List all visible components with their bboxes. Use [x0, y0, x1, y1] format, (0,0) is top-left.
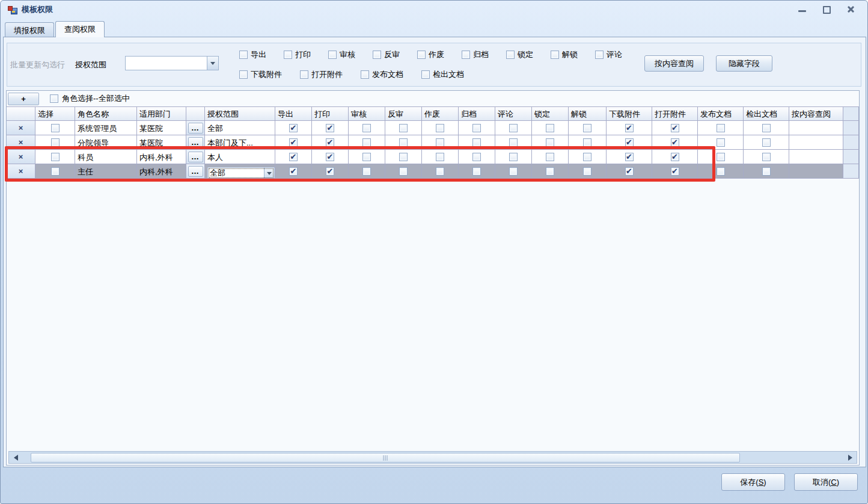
delete-row-button[interactable]: × — [19, 138, 23, 146]
tab-fill-permissions[interactable]: 填报权限 — [5, 22, 54, 37]
col-header-view-by-content[interactable]: 按内容查阅 — [789, 107, 843, 121]
toolbar-check-归档[interactable]: 归档 — [462, 49, 489, 60]
scroll-left-icon[interactable] — [9, 452, 22, 463]
row-select-checkbox[interactable] — [51, 138, 60, 147]
reverse-audit-checkbox[interactable] — [399, 153, 408, 161]
delete-row-button[interactable]: × — [19, 153, 23, 161]
archive-checkbox[interactable] — [472, 167, 481, 176]
dept-picker-button[interactable]: … — [188, 137, 203, 148]
cancel-button[interactable]: 取消(C) — [794, 473, 858, 491]
toolbar-check-检出文档[interactable]: 检出文档 — [421, 69, 464, 80]
col-header-row-delete[interactable] — [7, 107, 35, 121]
download-attachment-checkbox[interactable]: ✔ — [625, 167, 634, 176]
publish-doc-checkbox[interactable] — [717, 124, 725, 132]
checkbox-icon[interactable] — [462, 51, 470, 59]
archive-checkbox[interactable] — [472, 153, 481, 161]
toolbar-check-打开附件[interactable]: 打开附件 — [300, 69, 343, 80]
col-header-archive[interactable]: 归档 — [459, 107, 495, 121]
open-attachment-checkbox[interactable]: ✔ — [671, 124, 679, 132]
audit-checkbox[interactable] — [362, 138, 371, 147]
comment-checkbox[interactable] — [509, 153, 518, 161]
export-checkbox[interactable]: ✔ — [289, 138, 298, 147]
checkbox-icon[interactable] — [300, 70, 308, 79]
dept-picker-button[interactable]: … — [188, 152, 203, 162]
view-by-content-button[interactable]: 按内容查阅 — [644, 55, 704, 72]
void-checkbox[interactable] — [436, 167, 444, 176]
checkbox-icon[interactable] — [239, 51, 248, 59]
maximize-icon[interactable] — [822, 5, 831, 14]
row-select-checkbox[interactable] — [51, 153, 60, 161]
checkbox-icon[interactable] — [506, 51, 515, 59]
checkbox-icon[interactable] — [284, 51, 292, 59]
scope-combobox[interactable]: 全部 — [207, 167, 275, 179]
comment-checkbox[interactable] — [509, 124, 518, 132]
unlock-checkbox[interactable] — [583, 153, 591, 161]
checkbox-icon[interactable] — [373, 51, 381, 59]
horizontal-scrollbar[interactable] — [8, 451, 857, 464]
select-all-checkbox[interactable] — [50, 94, 58, 103]
tab-view-permissions[interactable]: 查阅权限 — [55, 21, 105, 37]
unlock-checkbox[interactable] — [583, 124, 591, 132]
toolbar-check-锁定[interactable]: 锁定 — [506, 49, 533, 60]
checkbox-icon[interactable] — [421, 70, 430, 79]
col-header-comment[interactable]: 评论 — [495, 107, 532, 121]
print-checkbox[interactable]: ✔ — [326, 167, 334, 176]
export-checkbox[interactable]: ✔ — [289, 167, 298, 176]
delete-row-button[interactable]: × — [19, 124, 23, 132]
col-header-scope[interactable]: 授权范围 — [205, 107, 275, 121]
checkbox-icon[interactable] — [595, 51, 604, 59]
col-header-role-name[interactable]: 角色名称 — [75, 107, 137, 121]
lock-checkbox[interactable] — [546, 167, 554, 176]
dept-picker-button[interactable]: … — [188, 123, 203, 134]
chevron-down-icon[interactable] — [207, 57, 218, 70]
col-header-dept-picker[interactable] — [186, 107, 205, 121]
scope-combobox[interactable] — [125, 56, 219, 70]
scrollbar-thumb[interactable] — [31, 453, 740, 463]
audit-checkbox[interactable] — [362, 167, 371, 176]
publish-doc-checkbox[interactable] — [717, 167, 725, 176]
checkbox-icon[interactable] — [328, 51, 337, 59]
chevron-down-icon[interactable] — [264, 168, 274, 179]
select-all-group[interactable]: 角色选择--全部选中 — [50, 93, 130, 104]
col-header-download-attachment[interactable]: 下载附件 — [607, 107, 652, 121]
publish-doc-checkbox[interactable] — [717, 138, 725, 147]
checkout-doc-checkbox[interactable] — [762, 124, 771, 132]
export-checkbox[interactable]: ✔ — [289, 124, 298, 132]
checkout-doc-checkbox[interactable] — [762, 153, 771, 161]
publish-doc-checkbox[interactable] — [717, 153, 725, 161]
export-checkbox[interactable]: ✔ — [289, 153, 298, 161]
reverse-audit-checkbox[interactable] — [399, 138, 408, 147]
download-attachment-checkbox[interactable]: ✔ — [625, 138, 634, 147]
col-header-void[interactable]: 作废 — [422, 107, 459, 121]
dept-picker-button[interactable]: … — [188, 166, 203, 177]
checkbox-icon[interactable] — [239, 70, 248, 79]
checkout-doc-checkbox[interactable] — [762, 167, 771, 176]
row-select-checkbox[interactable] — [51, 167, 60, 176]
hide-fields-button[interactable]: 隐藏字段 — [716, 55, 772, 72]
comment-checkbox[interactable] — [509, 138, 518, 147]
open-attachment-checkbox[interactable]: ✔ — [671, 167, 679, 176]
void-checkbox[interactable] — [436, 124, 444, 132]
col-header-print[interactable]: 打印 — [312, 107, 349, 121]
comment-checkbox[interactable] — [509, 167, 518, 176]
print-checkbox[interactable]: ✔ — [326, 138, 334, 147]
toolbar-check-审核[interactable]: 审核 — [328, 49, 355, 60]
audit-checkbox[interactable] — [362, 124, 371, 132]
lock-checkbox[interactable] — [546, 153, 554, 161]
close-icon[interactable] — [846, 5, 855, 14]
lock-checkbox[interactable] — [546, 138, 554, 147]
checkbox-icon[interactable] — [417, 51, 426, 59]
col-header-open-attachment[interactable]: 打开附件 — [652, 107, 698, 121]
col-header-lock[interactable]: 锁定 — [532, 107, 569, 121]
unlock-checkbox[interactable] — [583, 167, 591, 176]
row-select-checkbox[interactable] — [51, 124, 60, 132]
open-attachment-checkbox[interactable]: ✔ — [671, 138, 679, 147]
archive-checkbox[interactable] — [472, 124, 481, 132]
col-header-clipped[interactable] — [843, 107, 859, 121]
audit-checkbox[interactable] — [362, 153, 371, 161]
download-attachment-checkbox[interactable]: ✔ — [625, 124, 634, 132]
minimize-icon[interactable] — [798, 5, 807, 14]
delete-row-button[interactable]: × — [19, 167, 23, 175]
scroll-right-icon[interactable] — [843, 452, 857, 463]
archive-checkbox[interactable] — [472, 138, 481, 147]
